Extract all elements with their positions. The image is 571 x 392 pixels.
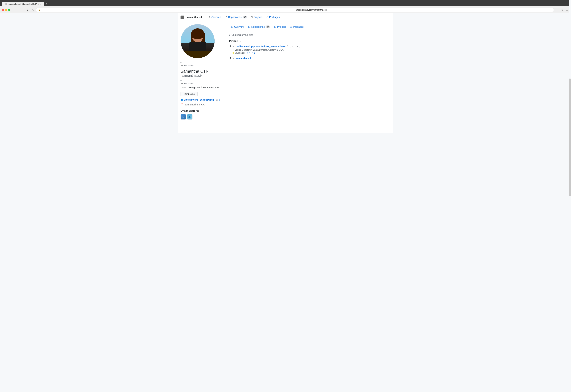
forks-count: 2: [254, 52, 256, 54]
hair-top: [191, 28, 204, 39]
set-status-row: ☺ Set status: [181, 64, 225, 67]
set-status-label[interactable]: Set status: [184, 64, 194, 67]
pinned-label: Pinned: [229, 40, 238, 43]
organizations-section: Organizations R 🐟: [181, 109, 225, 120]
profile-full-name: Samantha Csik: [181, 69, 208, 73]
org-avatars-row: R 🐟: [181, 114, 225, 120]
content-tab-packages[interactable]: ⬡ Packages: [288, 24, 305, 30]
profile-details-list: 📍 Santa Barbara, CA: [181, 103, 225, 106]
following-link[interactable]: 16 following: [200, 98, 214, 101]
followers-link[interactable]: 10 followers: [184, 98, 198, 101]
profile-sidebar: ▶ ☺ Set status Samantha Csik samanthacsi…: [181, 24, 225, 120]
new-tab-button[interactable]: +: [44, 1, 49, 6]
bookmark-button[interactable]: ☆: [560, 8, 564, 12]
traffic-lights: [2, 9, 10, 11]
customize-pins-row[interactable]: ▶ Customize your pins: [229, 33, 390, 38]
pinned-list: ⊟ rladies/meetup-presentations_santabarb…: [229, 45, 390, 54]
set-status-label-2[interactable]: Set status: [184, 82, 194, 85]
address-bar[interactable]: 🔒 https://github.com/samanthacsik: [36, 8, 554, 12]
content-projects-icon: ⊞: [274, 26, 276, 28]
repo-link[interactable]: rladies/meetup-presentations_santabarbar…: [236, 45, 286, 48]
smiley-icon: ☺: [181, 64, 183, 67]
status-row-2: ▶: [181, 79, 225, 82]
github-favicon: [5, 3, 7, 5]
active-tab[interactable]: samanthacsik (Samantha Csik) × ×: [2, 2, 44, 6]
pinned-item-header: ⊟ rladies/meetup-presentations_santabarb…: [232, 45, 390, 48]
menu-button[interactable]: ☰: [565, 8, 569, 12]
maximize-window-button[interactable]: [8, 9, 10, 11]
following-count: 16: [200, 98, 203, 101]
tab-projects[interactable]: ⊞ Projects: [249, 15, 264, 20]
followers-label: followers: [187, 98, 198, 101]
pinned-item-header-2: ⊟ samanthacsik/...: [232, 57, 390, 60]
nav-username: samanthacsik: [187, 16, 203, 19]
star-icon: ☆: [216, 98, 218, 101]
grip-icon[interactable]: ⠿: [287, 45, 289, 48]
profile-name-section: Samantha Csik samanthacsik: [181, 69, 225, 78]
scrollbar-thumb[interactable]: [569, 78, 571, 133]
tab-repositories[interactable]: ⊟ Repositories 57: [223, 15, 249, 20]
profile-bio: Data Training Coordinator at NCEAS: [181, 86, 225, 89]
star-icon-small: ☆: [246, 52, 248, 54]
org-avatar-rladies[interactable]: R: [181, 114, 186, 120]
expand-button[interactable]: ▼: [296, 45, 300, 48]
fork-icon: ⑂: [252, 52, 254, 54]
profile-username-display: samanthacsik: [182, 74, 202, 77]
repo-forks-link[interactable]: ⑂ 2: [252, 52, 256, 54]
minimize-window-button[interactable]: [5, 9, 7, 11]
refresh-button[interactable]: ↻: [25, 8, 29, 12]
projects-label: Projects: [254, 16, 262, 18]
org-rladies-letter: R: [182, 115, 184, 118]
content-tab-overview[interactable]: ⊞ Overview: [229, 24, 246, 30]
repositories-count: 57: [243, 16, 247, 18]
extensions-button[interactable]: ⋯: [555, 8, 559, 12]
overview-label: Overview: [212, 16, 221, 18]
sep-2: ·: [214, 98, 215, 101]
packages-icon: ⬡: [267, 16, 268, 18]
tab-packages[interactable]: ⬡ Packages: [264, 15, 282, 20]
content-repos-count: 57: [266, 26, 270, 28]
language-name: JavaScript: [235, 52, 244, 54]
content-repos-label: Repositories: [251, 26, 265, 28]
location-pin-icon: 📍: [181, 103, 184, 106]
content-tab-repositories[interactable]: ⊟ Repositories 57: [246, 24, 272, 30]
home-button[interactable]: ⌂: [31, 8, 35, 12]
packages-label: Packages: [269, 16, 280, 18]
forward-button[interactable]: →: [19, 8, 24, 12]
repositories-label: Repositories: [228, 16, 242, 18]
organizations-title: Organizations: [181, 109, 225, 112]
content-repos-icon: ⊟: [248, 26, 250, 28]
list-item: ⊟ rladies/meetup-presentations_santabarb…: [232, 45, 390, 54]
close-window-button[interactable]: [2, 9, 4, 11]
page-content: samanthacsik ⊞ Overview ⊟ Repositories 5…: [178, 13, 393, 133]
tab-title: samanthacsik (Samantha Csik) ×: [9, 3, 39, 5]
stars-link[interactable]: 7: [219, 98, 220, 101]
content-projects-label: Projects: [277, 26, 286, 28]
repo-stars-link[interactable]: ☆ 4: [246, 52, 250, 54]
top-navigation: samanthacsik ⊞ Overview ⊟ Repositories 5…: [178, 13, 393, 21]
people-icon: 👥: [181, 98, 184, 101]
ssl-lock-icon: 🔒: [38, 9, 295, 11]
back-button[interactable]: ←: [13, 8, 18, 12]
content-tab-projects[interactable]: ⊞ Projects: [272, 24, 288, 30]
content-navigation: ⊞ Overview ⊟ Repositories 57 ⊞ Projects …: [229, 24, 390, 30]
smiley-icon-2: ☺: [181, 82, 183, 85]
tab-overview[interactable]: ⊞ Overview: [207, 15, 223, 20]
pinned-list-2: ⊟ samanthacsik/...: [229, 57, 390, 60]
pinned-loading-icon: ○: [240, 40, 241, 42]
repo-link-2: samanthacsik/...: [236, 57, 254, 60]
followers-count: 10: [184, 98, 187, 101]
profile-nav-tabs: ⊞ Overview ⊟ Repositories 57 ⊞ Projects …: [207, 15, 282, 20]
org-avatar-nceas[interactable]: 🐟: [187, 114, 192, 120]
tab-close-button[interactable]: ×: [40, 3, 41, 5]
status-arrow-2[interactable]: ▶: [181, 80, 182, 82]
repo-description: R Ladies Chapter in Santa Barbara, Calif…: [232, 49, 390, 51]
status-expand-arrow[interactable]: ▶: [181, 62, 182, 64]
content-packages-icon: ⬡: [290, 26, 292, 28]
drag-button[interactable]: ▲: [290, 45, 294, 48]
content-overview-label: Overview: [234, 26, 244, 28]
edit-profile-button[interactable]: Edit profile: [181, 92, 198, 96]
repo-meta: JavaScript ☆ 4 ⑂ 2: [232, 52, 390, 54]
following-label: following: [203, 98, 214, 101]
location-item: 📍 Santa Barbara, CA: [181, 103, 225, 106]
